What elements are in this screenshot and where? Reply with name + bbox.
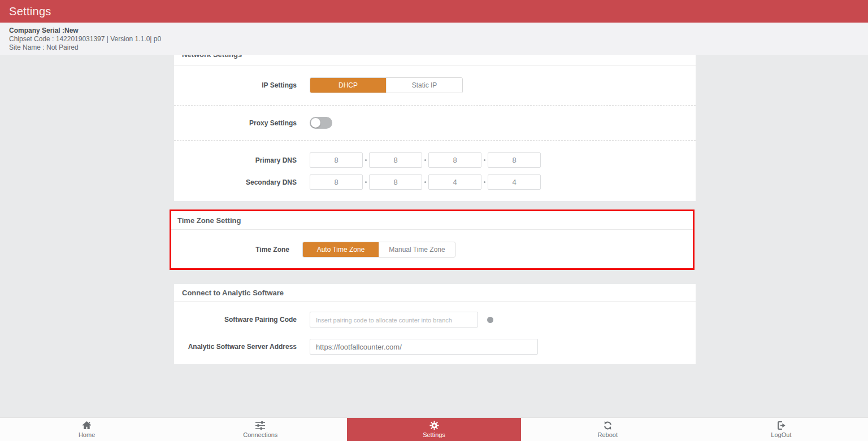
secondary-dns-label: Secondary DNS (174, 178, 297, 186)
static-ip-button[interactable]: Static IP (386, 78, 462, 93)
content-area: Network Settings IP Settings DHCP Static… (0, 55, 868, 417)
app-header: Settings (0, 0, 868, 23)
dns-dot-separator (365, 159, 367, 161)
dns-rows: Primary DNS Secondary DNS (174, 140, 696, 202)
primary-dns-octet-3[interactable] (428, 152, 481, 168)
pairing-status-dot-icon (487, 317, 493, 323)
ip-mode-segmented-control: DHCP Static IP (310, 77, 463, 93)
sliders-icon (255, 421, 265, 430)
secondary-dns-octet-1[interactable] (310, 174, 363, 190)
pairing-code-row: Software Pairing Code (174, 312, 696, 328)
network-settings-title: Network Settings (174, 55, 696, 66)
analytic-body: Software Pairing Code Analytic Software … (174, 302, 696, 355)
ip-settings-row: IP Settings DHCP Static IP (174, 66, 696, 105)
reboot-icon (603, 421, 613, 430)
nav-item-logout[interactable]: LogOut (695, 418, 868, 441)
nav-label-connections: Connections (243, 431, 277, 438)
gear-icon (429, 421, 439, 430)
timezone-section-highlighted: Time Zone Setting Time Zone Auto Time Zo… (170, 209, 695, 270)
pairing-code-input[interactable] (310, 312, 478, 328)
primary-dns-row: Primary DNS (174, 152, 696, 168)
timezone-row: Time Zone Auto Time Zone Manual Time Zon… (171, 230, 693, 269)
secondary-dns-octet-2[interactable] (369, 174, 422, 190)
home-icon (82, 421, 92, 430)
analytic-software-section: Connect to Analytic Software Software Pa… (174, 284, 696, 364)
nav-item-reboot[interactable]: Reboot (521, 418, 695, 441)
pairing-code-label: Software Pairing Code (174, 316, 297, 324)
primary-dns-octet-4[interactable] (488, 152, 541, 168)
nav-label-home: Home (79, 431, 95, 438)
site-name-text: Site Name : Not Paired (9, 43, 859, 52)
secondary-dns-octet-4[interactable] (488, 174, 541, 190)
settings-page: Settings Company Serial :New Chipset Cod… (0, 0, 868, 441)
primary-dns-label: Primary DNS (174, 156, 297, 164)
proxy-toggle[interactable] (310, 117, 332, 129)
proxy-toggle-knob (311, 118, 320, 128)
dns-dot-separator (484, 159, 485, 161)
dhcp-button[interactable]: DHCP (310, 78, 386, 93)
nav-item-connections[interactable]: Connections (173, 418, 347, 441)
dns-dot-separator (424, 181, 426, 183)
proxy-settings-row: Proxy Settings (174, 105, 696, 140)
network-settings-section: Network Settings IP Settings DHCP Static… (174, 55, 696, 201)
bottom-nav: Home Connections (0, 417, 868, 441)
primary-dns-octet-2[interactable] (369, 152, 422, 168)
secondary-dns-row: Secondary DNS (174, 174, 696, 190)
secondary-dns-octet-3[interactable] (428, 174, 481, 190)
chipset-version-text: Chipset Code : 1422019031397 | Version 1… (9, 35, 859, 43)
nav-item-settings[interactable]: Settings (347, 418, 520, 441)
server-address-label: Analytic Software Server Address (174, 343, 297, 351)
dns-dot-separator (484, 181, 485, 183)
server-address-input[interactable] (310, 339, 538, 355)
server-address-row: Analytic Software Server Address (174, 339, 696, 355)
nav-label-settings: Settings (423, 431, 445, 438)
auto-timezone-button[interactable]: Auto Time Zone (303, 242, 379, 257)
nav-item-home[interactable]: Home (0, 418, 173, 441)
proxy-settings-label: Proxy Settings (174, 119, 297, 127)
company-serial-text: Company Serial :New (9, 27, 859, 35)
dns-dot-separator (424, 159, 426, 161)
nav-label-logout: LogOut (771, 431, 791, 438)
device-info-bar: Company Serial :New Chipset Code : 14220… (0, 23, 868, 55)
manual-timezone-button[interactable]: Manual Time Zone (379, 242, 455, 257)
timezone-segmented-control: Auto Time Zone Manual Time Zone (302, 242, 455, 257)
page-title: Settings (0, 5, 51, 18)
ip-settings-label: IP Settings (174, 81, 297, 89)
nav-label-reboot: Reboot (597, 431, 617, 438)
logout-icon (776, 421, 786, 430)
timezone-section-title: Time Zone Setting (171, 211, 693, 230)
dns-dot-separator (365, 181, 367, 183)
timezone-label: Time Zone (171, 246, 289, 254)
analytic-section-title: Connect to Analytic Software (174, 284, 696, 302)
primary-dns-octet-1[interactable] (310, 152, 363, 168)
